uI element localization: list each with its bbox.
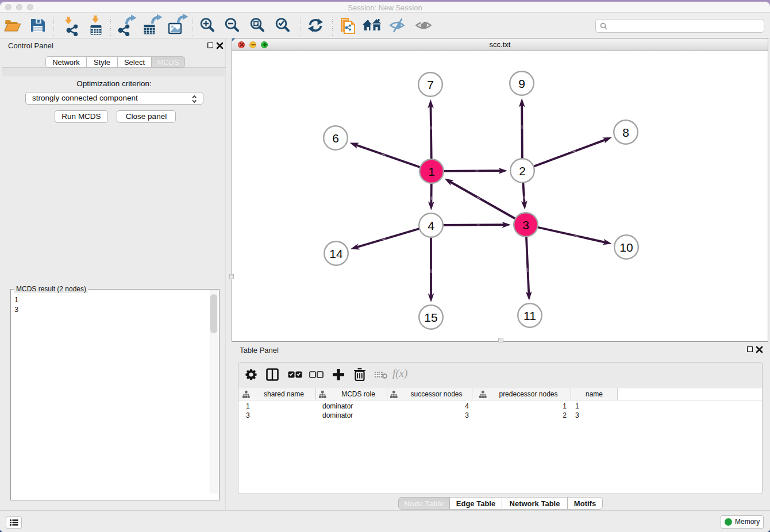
svg-text:3: 3 xyxy=(522,218,529,232)
svg-text:1: 1 xyxy=(428,165,435,178)
svg-text:10: 10 xyxy=(619,241,633,254)
svg-text:15: 15 xyxy=(424,311,437,324)
svg-text:2: 2 xyxy=(519,164,526,178)
svg-text:9: 9 xyxy=(518,77,525,90)
svg-text:6: 6 xyxy=(332,132,339,145)
svg-text:14: 14 xyxy=(329,247,343,260)
svg-text:11: 11 xyxy=(523,309,536,322)
svg-text:7: 7 xyxy=(427,78,434,91)
svg-text:8: 8 xyxy=(622,126,629,139)
svg-text:4: 4 xyxy=(428,219,434,232)
